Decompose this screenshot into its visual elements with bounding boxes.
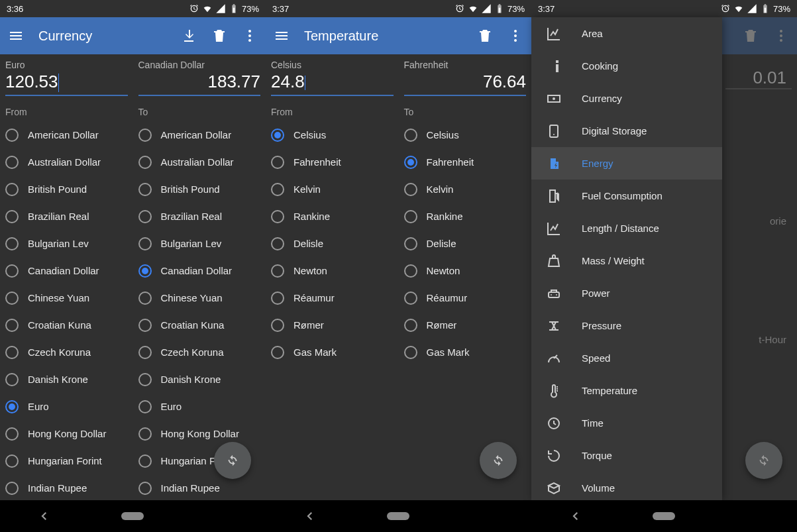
radio-option[interactable]: American Dollar <box>138 121 261 148</box>
radio-option[interactable]: Danish Krone <box>5 366 128 393</box>
radio-option[interactable]: Croatian Kuna <box>5 311 128 339</box>
radio-option[interactable]: Newton <box>404 257 527 284</box>
radio-option[interactable]: Kelvin <box>404 176 527 203</box>
radio-option[interactable]: Australian Dollar <box>138 148 261 176</box>
radio-option[interactable]: Celsius <box>271 121 394 148</box>
radio-option[interactable]: Delisle <box>271 230 394 257</box>
radio-option[interactable]: British Pound <box>138 176 261 203</box>
drawer-item-cooking[interactable]: Cooking <box>531 50 722 82</box>
radio-option[interactable]: Croatian Kuna <box>138 311 261 339</box>
radio-option[interactable]: Czech Koruna <box>138 339 261 366</box>
drawer-item-digital-storage[interactable]: Digital Storage <box>531 115 722 147</box>
drawer-item-area[interactable]: Area <box>531 17 722 50</box>
radio-option[interactable]: Hong Kong Dollar <box>5 420 128 447</box>
radio-option[interactable]: Brazilian Real <box>5 203 128 230</box>
radio-option[interactable]: Réaumur <box>271 284 394 311</box>
swap-fab[interactable] <box>480 442 517 479</box>
nav-home[interactable] <box>641 512 687 520</box>
menu-icon[interactable] <box>274 28 290 44</box>
radio-option[interactable]: Australian Dollar <box>5 148 128 176</box>
drawer-item-speed[interactable]: Speed <box>531 342 722 374</box>
drawer-item-time[interactable]: Time <box>531 407 722 439</box>
radio-option[interactable]: Chinese Yuan <box>5 284 128 311</box>
radio-circle-icon <box>404 346 417 359</box>
nav-home[interactable] <box>375 512 421 520</box>
radio-circle-icon <box>138 183 152 196</box>
swap-fab[interactable] <box>214 442 251 479</box>
radio-option[interactable]: American Dollar <box>5 121 128 148</box>
radio-option[interactable]: Chinese Yuan <box>138 284 261 311</box>
radio-option[interactable]: Gas Mark <box>271 339 394 366</box>
svg-point-10 <box>553 97 555 100</box>
radio-option[interactable]: Rankine <box>404 203 527 230</box>
more-icon[interactable] <box>507 28 523 44</box>
radio-option[interactable]: Indian Rupee <box>138 474 261 500</box>
drawer-item-fuel-consumption[interactable]: Fuel Consumption <box>531 180 722 212</box>
radio-option[interactable]: Hong Kong Dollar <box>138 420 261 447</box>
radio-option[interactable]: Canadian Dollar <box>138 257 261 284</box>
drawer-item-power[interactable]: Power <box>531 277 722 309</box>
drawer-item-torque[interactable]: Torque <box>531 439 722 472</box>
drawer-item-mass-weight[interactable]: Mass / Weight <box>531 244 722 277</box>
radio-option[interactable]: Bulgarian Lev <box>5 230 128 257</box>
radio-option[interactable]: Rømer <box>404 311 527 339</box>
radio-option[interactable]: Brazilian Real <box>138 203 261 230</box>
to-value[interactable]: 183.77 <box>138 70 261 96</box>
battery-percent: 73% <box>242 4 259 14</box>
radio-option[interactable]: Rømer <box>271 311 394 339</box>
phone-currency: 3:36 73% Currency Euro 120.53 From Ameri… <box>0 0 266 532</box>
radio-option[interactable]: Czech Koruna <box>5 339 128 366</box>
radio-option[interactable]: Euro <box>5 393 128 420</box>
drawer-item-pressure[interactable]: Pressure <box>531 309 722 342</box>
drawer-item-label: Cooking <box>582 60 618 72</box>
radio-label: Delisle <box>293 238 323 249</box>
radio-option[interactable]: Canadian Dollar <box>5 257 128 284</box>
nav-back[interactable] <box>553 510 599 522</box>
nav-back[interactable] <box>21 510 68 522</box>
radio-circle-icon <box>138 373 152 386</box>
nav-bar <box>0 500 266 532</box>
delete-icon[interactable] <box>477 28 493 44</box>
radio-label: Hungarian Forint <box>28 455 102 466</box>
delete-icon[interactable] <box>211 28 227 44</box>
from-value[interactable]: 24.8 <box>271 70 394 96</box>
swap-fab[interactable] <box>745 442 782 479</box>
radio-option[interactable]: Kelvin <box>271 176 394 203</box>
radio-option[interactable]: British Pound <box>5 176 128 203</box>
drawer-item-energy[interactable]: Energy <box>531 147 722 180</box>
from-column: Celsius 24.8 From CelsiusFahrenheitKelvi… <box>266 54 399 500</box>
radio-option[interactable]: Delisle <box>404 230 527 257</box>
battery-percent: 73% <box>507 4 525 14</box>
drawer-item-volume[interactable]: Volume <box>531 472 722 500</box>
radio-option[interactable]: Indian Rupee <box>5 474 128 500</box>
radio-option[interactable]: Euro <box>138 393 261 420</box>
radio-option[interactable]: Gas Mark <box>404 339 527 366</box>
radio-label: American Dollar <box>161 129 232 140</box>
svg-point-4 <box>514 34 517 37</box>
from-value[interactable]: 120.53 <box>5 70 128 96</box>
radio-option[interactable]: Fahrenheit <box>404 148 527 176</box>
to-value[interactable]: 76.64 <box>404 70 527 96</box>
drawer-item-currency[interactable]: Currency <box>531 82 722 115</box>
radio-option[interactable]: Newton <box>271 257 394 284</box>
from-column: Euro 120.53 From American DollarAustrali… <box>0 54 133 500</box>
nav-bar <box>531 500 797 532</box>
drawer-item-temperature[interactable]: Temperature <box>531 374 722 407</box>
nav-home[interactable] <box>109 512 156 520</box>
radio-option[interactable]: Fahrenheit <box>271 148 394 176</box>
radio-option[interactable]: Rankine <box>271 203 394 230</box>
radio-label: Bulgarian Lev <box>161 238 222 249</box>
nav-back[interactable] <box>287 510 333 522</box>
menu-icon[interactable] <box>8 28 24 44</box>
radio-label: Rankine <box>427 211 463 222</box>
download-icon[interactable] <box>181 28 197 44</box>
radio-option[interactable]: Hungarian Forint <box>5 447 128 474</box>
radio-option[interactable]: Réaumur <box>404 284 527 311</box>
drawer-item-length-distance[interactable]: Length / Distance <box>531 212 722 244</box>
radio-option[interactable]: Bulgarian Lev <box>138 230 261 257</box>
mass-weight-icon <box>546 253 562 269</box>
more-icon[interactable] <box>242 28 258 44</box>
radio-option[interactable]: Celsius <box>404 121 527 148</box>
radio-label: Canadian Dollar <box>161 265 233 276</box>
radio-option[interactable]: Danish Krone <box>138 366 261 393</box>
